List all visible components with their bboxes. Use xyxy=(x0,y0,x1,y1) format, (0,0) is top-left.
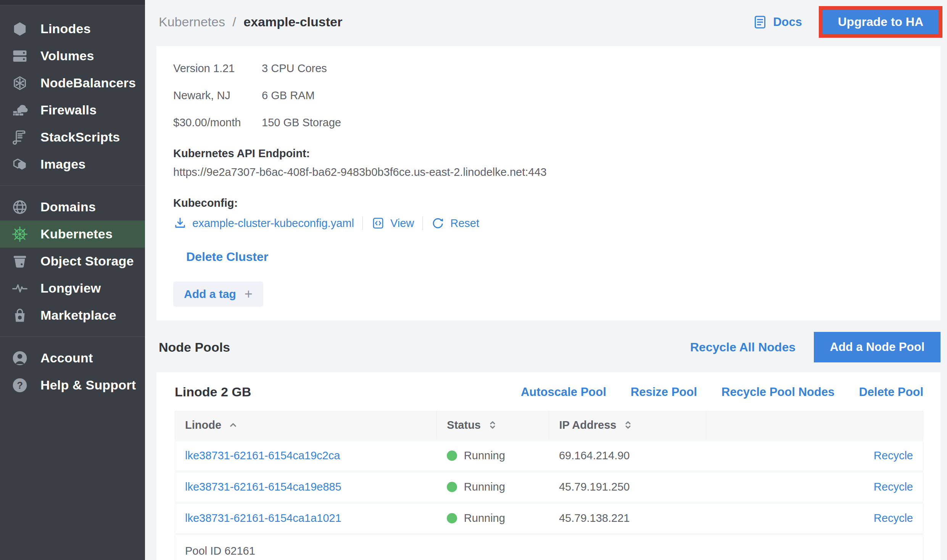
sidebar-item-stackscripts[interactable]: StackScripts xyxy=(0,124,145,151)
sidebar-item-object-storage[interactable]: Object Storage xyxy=(0,248,145,275)
sidebar-item-volumes[interactable]: Volumes xyxy=(0,42,145,69)
ip-address: 45.79.138.221 xyxy=(549,503,706,534)
spec-ram: 6 GB RAM xyxy=(262,89,341,102)
docs-label: Docs xyxy=(773,15,802,29)
column-header-status[interactable]: Status xyxy=(437,411,549,440)
spec-version: Version 1.21 xyxy=(173,62,262,75)
breadcrumb-current: example-cluster xyxy=(243,14,342,29)
resize-pool-link[interactable]: Resize Pool xyxy=(631,385,697,399)
sidebar-item-label: Help & Support xyxy=(40,378,136,393)
kubeconfig-file-name: example-cluster-kubeconfig.yaml xyxy=(192,217,354,230)
cluster-specs: Version 1.21 3 CPU Cores Newark, NJ 6 GB… xyxy=(173,62,924,129)
column-label: Linode xyxy=(185,419,221,431)
recycle-node-link[interactable]: Recycle xyxy=(874,481,913,493)
sidebar-item-help-support[interactable]: ? Help & Support xyxy=(0,372,145,399)
status-text: Running xyxy=(464,512,505,525)
node-link[interactable]: lke38731-62161-6154ca19c2ca xyxy=(185,449,340,462)
main-content: Kubernetes / example-cluster Docs Upgrad… xyxy=(145,0,947,560)
recycle-all-nodes-link[interactable]: Recycle All Nodes xyxy=(690,340,796,354)
pool-id-row: Pool ID 62161 xyxy=(175,534,923,560)
sidebar-item-domains[interactable]: Domains xyxy=(0,193,145,220)
delete-pool-link[interactable]: Delete Pool xyxy=(859,385,923,399)
link-separator xyxy=(422,216,423,230)
column-header-ip-address[interactable]: IP Address xyxy=(549,411,706,440)
sidebar-item-kubernetes[interactable]: Kubernetes xyxy=(0,220,145,248)
status-text: Running xyxy=(464,449,505,462)
reset-label: Reset xyxy=(450,217,479,230)
sidebar-item-label: NodeBalancers xyxy=(40,76,136,90)
node-link[interactable]: lke38731-62161-6154ca19e885 xyxy=(185,481,341,493)
sidebar-item-marketplace[interactable]: Marketplace xyxy=(0,302,145,329)
node-link[interactable]: lke38731-62161-6154ca1a1021 xyxy=(185,512,341,524)
svg-text:?: ? xyxy=(17,380,23,391)
nodebalancers-icon xyxy=(11,75,28,92)
pool-nodes-table: Linode Status xyxy=(175,411,923,560)
column-header-linode[interactable]: Linode xyxy=(175,411,437,440)
sidebar-item-label: Object Storage xyxy=(40,254,134,269)
linode-hexagon-icon xyxy=(11,21,28,37)
firewalls-icon xyxy=(11,102,28,119)
sidebar-item-nodebalancers[interactable]: NodeBalancers xyxy=(0,69,145,97)
sidebar-item-label: Longview xyxy=(40,281,101,296)
pool-id-text: Pool ID 62161 xyxy=(175,534,923,560)
recycle-node-link[interactable]: Recycle xyxy=(874,512,913,524)
stackscripts-icon xyxy=(11,129,28,146)
sidebar-item-label: Domains xyxy=(40,200,96,214)
breadcrumb-section[interactable]: Kubernetes xyxy=(159,14,225,29)
status-running-dot xyxy=(447,451,457,461)
recycle-pool-nodes-link[interactable]: Recycle Pool Nodes xyxy=(722,385,834,399)
kubernetes-helm-icon xyxy=(11,226,28,243)
sidebar-item-label: StackScripts xyxy=(40,130,120,145)
view-label: View xyxy=(390,217,414,230)
sidebar-item-longview[interactable]: Longview xyxy=(0,275,145,302)
sidebar-item-account[interactable]: Account xyxy=(0,344,145,372)
ip-address: 69.164.214.90 xyxy=(549,440,706,471)
sidebar-item-label: Images xyxy=(40,157,85,172)
kubeconfig-reset-link[interactable]: Reset xyxy=(431,216,479,230)
images-icon xyxy=(11,156,28,173)
docs-icon xyxy=(752,14,768,30)
kubeconfig-download-link[interactable]: example-cluster-kubeconfig.yaml xyxy=(173,216,354,230)
spec-storage: 150 GB Storage xyxy=(262,116,341,129)
status-running-dot xyxy=(447,482,457,492)
add-tag-label: Add a tag xyxy=(184,288,236,301)
spec-price: $30.00/month xyxy=(173,116,262,129)
breadcrumb-separator: / xyxy=(232,14,236,29)
volumes-icon xyxy=(11,48,28,64)
upgrade-to-ha-button[interactable]: Upgrade to HA xyxy=(823,10,939,34)
recycle-node-link[interactable]: Recycle xyxy=(874,449,913,462)
domains-globe-icon xyxy=(11,199,28,216)
plus-icon: + xyxy=(245,287,253,301)
sidebar-item-label: Marketplace xyxy=(40,308,116,323)
sidebar-item-images[interactable]: Images xyxy=(0,151,145,178)
add-node-pool-button[interactable]: Add a Node Pool xyxy=(814,332,941,362)
topbar-actions: Docs Upgrade to HA xyxy=(752,6,942,38)
reset-icon xyxy=(431,216,445,230)
table-header-row: Linode Status xyxy=(175,411,923,440)
docs-link[interactable]: Docs xyxy=(752,14,802,30)
sidebar-item-label: Account xyxy=(40,351,93,365)
node-pools-actions: Recycle All Nodes Add a Node Pool xyxy=(690,332,941,362)
spec-region: Newark, NJ xyxy=(173,89,262,102)
kubeconfig-view-link[interactable]: View xyxy=(371,216,414,230)
api-endpoint-label: Kubernetes API Endpoint: xyxy=(173,147,924,160)
cluster-summary-card: Version 1.21 3 CPU Cores Newark, NJ 6 GB… xyxy=(156,46,941,320)
sidebar-divider xyxy=(0,336,145,337)
sidebar-item-firewalls[interactable]: Firewalls xyxy=(0,97,145,124)
api-endpoint-url: https://9e2a7307-b6ac-408f-ba62-9483b0b3… xyxy=(173,166,924,179)
status-text: Running xyxy=(464,481,505,493)
delete-cluster-link[interactable]: Delete Cluster xyxy=(186,250,268,264)
table-row: lke38731-62161-6154ca19c2ca Running 69.1… xyxy=(175,440,923,471)
longview-pulse-icon xyxy=(11,280,28,297)
column-label: IP Address xyxy=(559,419,616,431)
sidebar-top-strip xyxy=(0,0,145,5)
autoscale-pool-link[interactable]: Autoscale Pool xyxy=(521,385,606,399)
topbar: Kubernetes / example-cluster Docs Upgrad… xyxy=(145,0,947,38)
spec-cpu: 3 CPU Cores xyxy=(262,62,341,75)
sidebar-divider xyxy=(0,185,145,186)
add-tag-button[interactable]: Add a tag + xyxy=(173,282,263,307)
column-label: Status xyxy=(447,419,481,431)
status-running-dot xyxy=(447,513,457,523)
sidebar-item-linodes[interactable]: Linodes xyxy=(0,15,145,42)
sidebar: Linodes Volumes xyxy=(0,0,145,560)
